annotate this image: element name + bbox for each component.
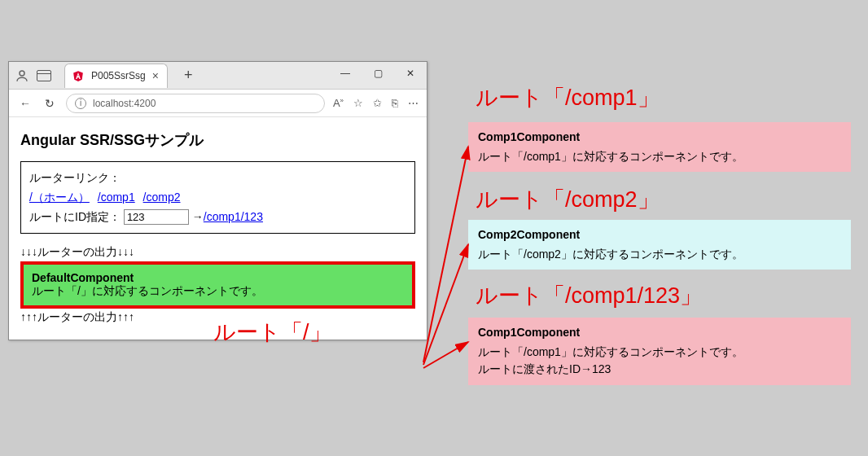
tab-close-icon[interactable]: × bbox=[152, 69, 159, 82]
router-links-box: ルーターリンク： /（ホーム） /comp1 /comp2 ルートにID指定： … bbox=[20, 161, 415, 234]
window-controls: — ▢ ✕ bbox=[329, 62, 427, 85]
address-bar: ← ↻ i localhost:4200 A» ☆ ✩ ⎘ ⋯ bbox=[9, 90, 427, 117]
angular-favicon-icon bbox=[72, 69, 85, 82]
card-comp2-body: ルート「/comp2」に対応するコンポーネントです。 bbox=[478, 246, 841, 264]
links-row: /（ホーム） /comp1 /comp2 bbox=[29, 188, 406, 208]
card-comp1-body: ルート「/comp1」に対応するコンポーネントです。 bbox=[478, 148, 841, 166]
annotation-route-root: ルート「/」 bbox=[213, 318, 331, 347]
browser-titlebar: P005SsrSsg × + — ▢ ✕ bbox=[9, 62, 427, 90]
browser-tab[interactable]: P005SsrSsg × bbox=[64, 64, 168, 88]
collections-icon[interactable]: ⎘ bbox=[392, 97, 398, 109]
page-content: Angular SSR/SSGサンプル ルーターリンク： /（ホーム） /com… bbox=[9, 117, 427, 340]
link-comp1[interactable]: /comp1 bbox=[98, 191, 135, 204]
output-body: ルート「/」に対応するコンポーネントです。 bbox=[32, 284, 404, 299]
link-comp1-id[interactable]: /comp1/123 bbox=[204, 210, 263, 223]
id-row: ルートにID指定： →/comp1/123 bbox=[29, 208, 406, 227]
tabs-overview-icon[interactable] bbox=[37, 70, 51, 81]
close-button[interactable]: ✕ bbox=[394, 62, 427, 85]
links-label: ルーターリンク： bbox=[29, 169, 406, 188]
id-arrow: → bbox=[192, 210, 204, 223]
site-info-icon[interactable]: i bbox=[75, 98, 86, 109]
favorite-icon[interactable]: ☆ bbox=[353, 97, 363, 109]
card-comp1id-title: Comp1Component bbox=[478, 324, 841, 342]
browser-window: P005SsrSsg × + — ▢ ✕ ← ↻ i localhost:420… bbox=[8, 61, 427, 340]
annotation-route-comp2: ルート「/comp2」 bbox=[476, 185, 660, 214]
card-comp2-title: Comp2Component bbox=[478, 226, 841, 244]
favorites-bar-icon[interactable]: ✩ bbox=[373, 97, 382, 109]
id-label: ルートにID指定： bbox=[29, 210, 121, 223]
page-title: Angular SSR/SSGサンプル bbox=[20, 130, 415, 150]
route-id-input[interactable] bbox=[124, 209, 189, 225]
url-text: localhost:4200 bbox=[93, 98, 156, 109]
new-tab-button[interactable]: + bbox=[179, 67, 198, 84]
more-icon[interactable]: ⋯ bbox=[408, 97, 419, 109]
svg-line-6 bbox=[423, 342, 468, 368]
addrbar-icons: A» ☆ ✩ ⎘ ⋯ bbox=[333, 97, 419, 109]
tab-title: P005SsrSsg bbox=[91, 70, 146, 81]
card-comp1-title: Comp1Component bbox=[478, 129, 841, 147]
reload-button[interactable]: ↻ bbox=[42, 97, 58, 110]
back-button[interactable]: ← bbox=[17, 97, 33, 110]
svg-line-4 bbox=[423, 147, 468, 362]
output-arrows-down: ↓↓↓ルーターの出力↓↓↓ bbox=[20, 245, 415, 260]
card-comp1id-body1: ルート「/comp1」に対応するコンポーネントです。 bbox=[478, 344, 841, 362]
router-output: DefaultComponent ルート「/」に対応するコンポーネントです。 bbox=[20, 261, 415, 309]
svg-point-0 bbox=[20, 71, 24, 76]
card-comp1: Comp1Component ルート「/comp1」に対応するコンポーネントです… bbox=[468, 122, 851, 172]
card-comp2: Comp2Component ルート「/comp2」に対応するコンポーネントです… bbox=[468, 220, 851, 270]
maximize-button[interactable]: ▢ bbox=[362, 62, 394, 85]
output-component-name: DefaultComponent bbox=[32, 271, 134, 284]
profile-icon[interactable] bbox=[14, 68, 30, 84]
svg-line-5 bbox=[423, 244, 468, 365]
read-aloud-icon[interactable]: A» bbox=[333, 97, 344, 109]
annotation-route-comp1id: ルート「/comp1/123」 bbox=[476, 281, 702, 310]
minimize-button[interactable]: — bbox=[329, 62, 362, 85]
url-input[interactable]: i localhost:4200 bbox=[66, 94, 325, 113]
card-comp1id-body2: ルートに渡されたID→123 bbox=[478, 361, 841, 379]
card-comp1id: Comp1Component ルート「/comp1」に対応するコンポーネントです… bbox=[468, 318, 851, 385]
link-home[interactable]: /（ホーム） bbox=[29, 191, 90, 204]
titlebar-left: P005SsrSsg × + bbox=[9, 64, 197, 88]
link-comp2[interactable]: /comp2 bbox=[143, 191, 181, 204]
annotation-route-comp1: ルート「/comp1」 bbox=[476, 83, 660, 112]
